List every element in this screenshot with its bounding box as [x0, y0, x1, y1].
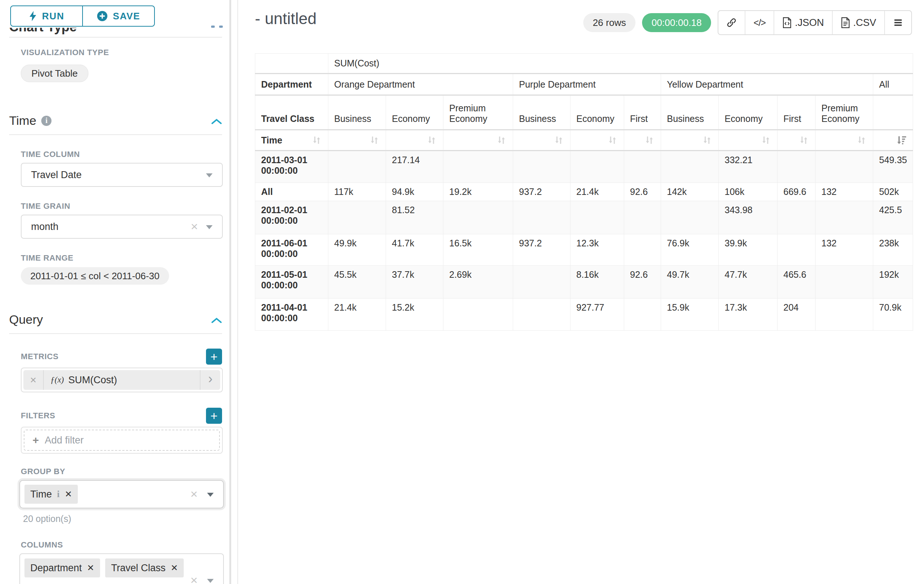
chevron-up-icon[interactable]: [211, 313, 222, 327]
add-filter-button[interactable]: +: [206, 408, 222, 424]
export-csv-label: .CSV: [853, 17, 876, 28]
view-query-button[interactable]: </>: [746, 11, 774, 34]
chevron-right-icon[interactable]: ›: [200, 370, 220, 390]
menu-button[interactable]: [885, 11, 911, 34]
row-count-badge: 26 rows: [583, 13, 635, 32]
remove-tag-icon[interactable]: ✕: [170, 563, 178, 573]
sort-toggle-icon[interactable]: [369, 135, 380, 146]
chart-area: - untitled 26 rows 00:00:00.18 </>: [239, 0, 924, 584]
run-button[interactable]: RUN: [10, 5, 82, 26]
column-sort-header-cell: [815, 130, 873, 151]
section-divider: [9, 37, 222, 38]
value-cell: 238k: [873, 234, 913, 266]
sort-toggle-icon[interactable]: [553, 135, 564, 146]
value-cell: 81.52: [386, 201, 443, 234]
value-cell: [571, 151, 624, 183]
sort-toggle-icon[interactable]: [607, 135, 618, 146]
time-row-dimension-label: Time: [261, 135, 282, 146]
travel-class-header: Business: [328, 95, 386, 130]
sort-toggle-icon[interactable]: [496, 135, 507, 146]
time-grain-label: TIME GRAIN: [21, 201, 222, 211]
query-section-title: Query: [9, 313, 43, 327]
time-range-pill[interactable]: 2011-01-01 ≤ col < 2011-06-30: [21, 267, 169, 285]
time-grain-select[interactable]: month ×: [21, 215, 223, 239]
export-json-button[interactable]: .JSON: [774, 11, 833, 34]
sort-toggle-icon[interactable]: [761, 135, 771, 146]
value-cell: 15.2k: [386, 299, 443, 331]
column-sort-header-cell: [661, 130, 719, 151]
value-cell: [815, 151, 873, 183]
row-label-cell: 2011-02-01 00:00:00: [255, 201, 328, 234]
clear-icon[interactable]: ×: [191, 220, 198, 232]
column-sort-header-cell: [386, 130, 443, 151]
travel-class-header: Economy: [386, 95, 443, 130]
export-csv-button[interactable]: .CSV: [833, 11, 885, 34]
table-row: All117k94.9k19.2k937.221.4k92.6142k106k6…: [255, 183, 913, 201]
value-cell: 132: [815, 183, 873, 201]
dimension-tag[interactable]: Department✕: [25, 558, 100, 577]
plus-icon: +: [33, 434, 39, 446]
value-cell: 94.9k: [386, 183, 443, 201]
code-icon: </>: [754, 18, 766, 28]
value-cell: 39.9k: [719, 234, 777, 266]
add-filter-dropzone[interactable]: + Add filter: [24, 429, 220, 451]
group-by-select[interactable]: Timei✕ ×: [19, 480, 224, 508]
info-icon[interactable]: i: [57, 489, 59, 500]
plus-circle-icon: [97, 11, 108, 21]
value-cell: 927.77: [571, 299, 624, 331]
value-cell: 669.6: [777, 183, 815, 201]
panel-scrollbar[interactable]: [229, 0, 231, 584]
remove-tag-icon[interactable]: ✕: [87, 563, 94, 573]
sort-toggle-icon[interactable]: [856, 135, 867, 146]
link-icon: [726, 18, 737, 28]
time-column-value: Travel Date: [31, 169, 82, 181]
metric-item[interactable]: × ƒ(x) SUM(Cost) ›: [23, 370, 220, 390]
chevron-up-icon[interactable]: [211, 114, 222, 128]
value-cell: 549.35: [873, 151, 913, 183]
info-icon[interactable]: i: [41, 116, 51, 126]
lightning-icon: [29, 11, 37, 21]
value-cell: 16.5k: [443, 234, 513, 266]
row-label-cell: 2011-05-01 00:00:00: [255, 266, 328, 299]
metrics-label: METRICS: [21, 352, 58, 361]
add-metric-button[interactable]: +: [206, 349, 222, 365]
travel-class-header: Economy: [719, 95, 777, 130]
columns-select[interactable]: Department✕Travel Class✕ ×: [19, 553, 224, 584]
save-button[interactable]: SAVE: [82, 5, 155, 26]
sort-toggle-icon[interactable]: [311, 135, 322, 146]
visualization-type-pill[interactable]: Pivot Table: [21, 64, 88, 82]
value-cell: 15.9k: [661, 299, 719, 331]
copy-link-button[interactable]: [718, 11, 746, 34]
sort-toggle-icon[interactable]: [799, 135, 809, 146]
row-label-cell: 2011-03-01 00:00:00: [255, 151, 328, 183]
value-cell: [624, 201, 661, 234]
remove-metric-icon[interactable]: ×: [23, 370, 44, 390]
sort-toggle-icon[interactable]: [701, 135, 713, 146]
column-sort-header-cell: [873, 130, 913, 151]
time-column-select[interactable]: Travel Date: [21, 163, 223, 187]
travel-class-header: Business: [513, 95, 571, 130]
column-sort-header-cell: [719, 130, 777, 151]
hamburger-menu-icon: [893, 18, 903, 27]
column-sort-header-cell: [443, 130, 513, 151]
sort-descending-active-icon[interactable]: [896, 135, 907, 146]
time-range-label: TIME RANGE: [21, 253, 222, 263]
sort-toggle-icon[interactable]: [644, 135, 655, 146]
remove-tag-icon[interactable]: ✕: [64, 489, 72, 499]
clear-icon[interactable]: ×: [190, 488, 198, 500]
value-cell: 76.9k: [661, 234, 719, 266]
dimension-tag[interactable]: Travel Class✕: [105, 558, 184, 577]
row-label-cell: All: [255, 183, 328, 201]
travel-class-header: First: [777, 95, 815, 130]
value-cell: [513, 201, 571, 234]
value-cell: 92.6: [624, 266, 661, 299]
clear-icon[interactable]: ×: [190, 574, 198, 584]
dimension-tag[interactable]: Timei✕: [25, 485, 78, 504]
column-sort-header-cell: [624, 130, 661, 151]
query-section-header: Query: [9, 313, 222, 327]
value-cell: [513, 266, 571, 299]
value-cell: [443, 299, 513, 331]
value-cell: 49.7k: [661, 266, 719, 299]
sort-toggle-icon[interactable]: [426, 135, 437, 146]
value-cell: 937.2: [513, 183, 571, 201]
